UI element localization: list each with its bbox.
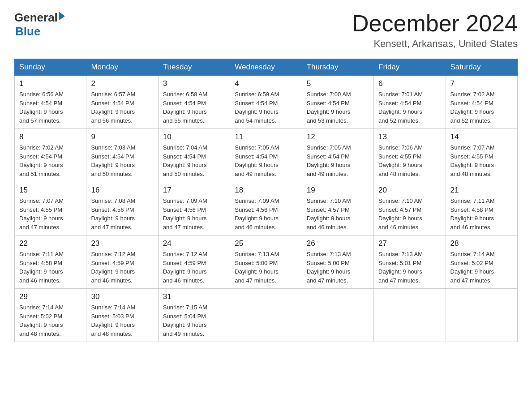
- calendar-cell: 13Sunrise: 7:06 AMSunset: 4:55 PMDayligh…: [374, 129, 446, 182]
- calendar-cell: 5Sunrise: 7:00 AMSunset: 4:54 PMDaylight…: [302, 76, 373, 129]
- calendar-cell: [230, 289, 302, 342]
- weekday-header-row: SundayMondayTuesdayWednesdayThursdayFrid…: [15, 59, 518, 76]
- day-number: 7: [450, 79, 513, 88]
- calendar-cell: 15Sunrise: 7:07 AMSunset: 4:55 PMDayligh…: [15, 182, 86, 235]
- calendar-cell: 6Sunrise: 7:01 AMSunset: 4:54 PMDaylight…: [374, 76, 446, 129]
- day-info: Sunrise: 7:10 AMSunset: 4:57 PMDaylight:…: [307, 197, 369, 231]
- calendar-cell: [446, 289, 517, 342]
- day-info: Sunrise: 7:14 AMSunset: 5:02 PMDaylight:…: [19, 303, 82, 338]
- day-info: Sunrise: 6:58 AMSunset: 4:54 PMDaylight:…: [163, 90, 225, 125]
- calendar-cell: 8Sunrise: 7:02 AMSunset: 4:54 PMDaylight…: [15, 129, 86, 182]
- calendar-cell: [302, 289, 373, 342]
- day-info: Sunrise: 7:14 AMSunset: 5:02 PMDaylight:…: [450, 250, 513, 285]
- logo-general-text: General: [14, 11, 58, 25]
- location-title: Kensett, Arkansas, United States: [352, 38, 518, 50]
- day-info: Sunrise: 7:07 AMSunset: 4:55 PMDaylight:…: [19, 197, 82, 231]
- day-info: Sunrise: 7:00 AMSunset: 4:54 PMDaylight:…: [307, 90, 369, 125]
- day-number: 15: [19, 186, 82, 195]
- calendar-cell: 25Sunrise: 7:13 AMSunset: 5:00 PMDayligh…: [230, 235, 302, 289]
- day-number: 5: [307, 79, 369, 88]
- calendar-cell: 3Sunrise: 6:58 AMSunset: 4:54 PMDaylight…: [158, 76, 230, 129]
- day-number: 2: [91, 79, 153, 88]
- day-info: Sunrise: 6:59 AMSunset: 4:54 PMDaylight:…: [235, 90, 297, 125]
- calendar-cell: 20Sunrise: 7:10 AMSunset: 4:57 PMDayligh…: [374, 182, 446, 235]
- logo-arrow-icon: [59, 12, 65, 21]
- weekday-header-tuesday: Tuesday: [158, 59, 230, 76]
- calendar-cell: 19Sunrise: 7:10 AMSunset: 4:57 PMDayligh…: [302, 182, 373, 235]
- calendar-week-row: 29Sunrise: 7:14 AMSunset: 5:02 PMDayligh…: [15, 289, 518, 342]
- day-number: 1: [19, 79, 82, 88]
- day-number: 22: [19, 239, 82, 248]
- day-info: Sunrise: 7:05 AMSunset: 4:54 PMDaylight:…: [307, 143, 369, 178]
- day-info: Sunrise: 7:13 AMSunset: 5:00 PMDaylight:…: [235, 250, 297, 285]
- day-info: Sunrise: 7:13 AMSunset: 5:00 PMDaylight:…: [307, 250, 369, 285]
- day-number: 29: [19, 292, 82, 301]
- calendar-cell: 30Sunrise: 7:14 AMSunset: 5:03 PMDayligh…: [86, 289, 158, 342]
- day-number: 3: [163, 79, 225, 88]
- calendar-cell: 7Sunrise: 7:02 AMSunset: 4:54 PMDaylight…: [446, 76, 517, 129]
- weekday-header-saturday: Saturday: [446, 59, 517, 76]
- calendar-cell: 14Sunrise: 7:07 AMSunset: 4:55 PMDayligh…: [446, 129, 517, 182]
- day-info: Sunrise: 7:02 AMSunset: 4:54 PMDaylight:…: [450, 90, 513, 125]
- day-info: Sunrise: 7:08 AMSunset: 4:56 PMDaylight:…: [91, 197, 153, 231]
- calendar-cell: 31Sunrise: 7:15 AMSunset: 5:04 PMDayligh…: [158, 289, 230, 342]
- day-number: 14: [450, 133, 513, 141]
- day-info: Sunrise: 7:09 AMSunset: 4:56 PMDaylight:…: [163, 197, 225, 231]
- day-number: 23: [91, 239, 153, 248]
- day-number: 20: [378, 186, 441, 195]
- day-number: 19: [307, 186, 369, 195]
- calendar-cell: 23Sunrise: 7:12 AMSunset: 4:59 PMDayligh…: [86, 235, 158, 289]
- calendar-cell: 2Sunrise: 6:57 AMSunset: 4:54 PMDaylight…: [86, 76, 158, 129]
- day-number: 26: [307, 239, 369, 248]
- day-number: 18: [235, 186, 297, 195]
- day-info: Sunrise: 7:14 AMSunset: 5:03 PMDaylight:…: [91, 303, 153, 338]
- day-info: Sunrise: 7:01 AMSunset: 4:54 PMDaylight:…: [378, 90, 441, 125]
- day-info: Sunrise: 7:09 AMSunset: 4:56 PMDaylight:…: [235, 197, 297, 231]
- calendar-cell: [374, 289, 446, 342]
- title-block: December 2024 Kensett, Arkansas, United …: [352, 11, 518, 50]
- day-info: Sunrise: 7:04 AMSunset: 4:54 PMDaylight:…: [163, 143, 225, 178]
- logo-blue-text: Blue: [15, 25, 65, 39]
- weekday-header-monday: Monday: [86, 59, 158, 76]
- day-number: 8: [19, 133, 82, 141]
- day-info: Sunrise: 7:12 AMSunset: 4:59 PMDaylight:…: [91, 250, 153, 285]
- day-info: Sunrise: 7:06 AMSunset: 4:55 PMDaylight:…: [378, 143, 441, 178]
- calendar-week-row: 8Sunrise: 7:02 AMSunset: 4:54 PMDaylight…: [15, 129, 518, 182]
- calendar-cell: 29Sunrise: 7:14 AMSunset: 5:02 PMDayligh…: [15, 289, 86, 342]
- day-number: 25: [235, 239, 297, 248]
- day-info: Sunrise: 7:12 AMSunset: 4:59 PMDaylight:…: [163, 250, 225, 285]
- day-info: Sunrise: 7:13 AMSunset: 5:01 PMDaylight:…: [378, 250, 441, 285]
- day-info: Sunrise: 7:07 AMSunset: 4:55 PMDaylight:…: [450, 143, 513, 178]
- calendar-cell: 27Sunrise: 7:13 AMSunset: 5:01 PMDayligh…: [374, 235, 446, 289]
- calendar-cell: 17Sunrise: 7:09 AMSunset: 4:56 PMDayligh…: [158, 182, 230, 235]
- day-number: 4: [235, 79, 297, 88]
- day-number: 24: [163, 239, 225, 248]
- calendar-cell: 26Sunrise: 7:13 AMSunset: 5:00 PMDayligh…: [302, 235, 373, 289]
- month-title: December 2024: [352, 11, 518, 36]
- day-number: 12: [307, 133, 369, 141]
- calendar-cell: 12Sunrise: 7:05 AMSunset: 4:54 PMDayligh…: [302, 129, 373, 182]
- calendar-cell: 28Sunrise: 7:14 AMSunset: 5:02 PMDayligh…: [446, 235, 517, 289]
- day-info: Sunrise: 7:02 AMSunset: 4:54 PMDaylight:…: [19, 143, 82, 178]
- weekday-header-wednesday: Wednesday: [230, 59, 302, 76]
- page-header: General Blue December 2024 Kensett, Arka…: [14, 11, 518, 50]
- calendar-cell: 9Sunrise: 7:03 AMSunset: 4:54 PMDaylight…: [86, 129, 158, 182]
- day-number: 9: [91, 133, 153, 141]
- calendar-table: SundayMondayTuesdayWednesdayThursdayFrid…: [14, 59, 518, 342]
- weekday-header-thursday: Thursday: [302, 59, 373, 76]
- day-info: Sunrise: 7:11 AMSunset: 4:58 PMDaylight:…: [19, 250, 82, 285]
- day-number: 13: [378, 133, 441, 141]
- day-info: Sunrise: 6:56 AMSunset: 4:54 PMDaylight:…: [19, 90, 82, 125]
- calendar-cell: 11Sunrise: 7:05 AMSunset: 4:54 PMDayligh…: [230, 129, 302, 182]
- calendar-cell: 10Sunrise: 7:04 AMSunset: 4:54 PMDayligh…: [158, 129, 230, 182]
- day-info: Sunrise: 7:10 AMSunset: 4:57 PMDaylight:…: [378, 197, 441, 231]
- logo: General Blue: [14, 11, 65, 39]
- calendar-cell: 16Sunrise: 7:08 AMSunset: 4:56 PMDayligh…: [86, 182, 158, 235]
- calendar-week-row: 1Sunrise: 6:56 AMSunset: 4:54 PMDaylight…: [15, 76, 518, 129]
- calendar-week-row: 22Sunrise: 7:11 AMSunset: 4:58 PMDayligh…: [15, 235, 518, 289]
- day-number: 17: [163, 186, 225, 195]
- calendar-week-row: 15Sunrise: 7:07 AMSunset: 4:55 PMDayligh…: [15, 182, 518, 235]
- weekday-header-friday: Friday: [374, 59, 446, 76]
- day-number: 16: [91, 186, 153, 195]
- calendar-cell: 18Sunrise: 7:09 AMSunset: 4:56 PMDayligh…: [230, 182, 302, 235]
